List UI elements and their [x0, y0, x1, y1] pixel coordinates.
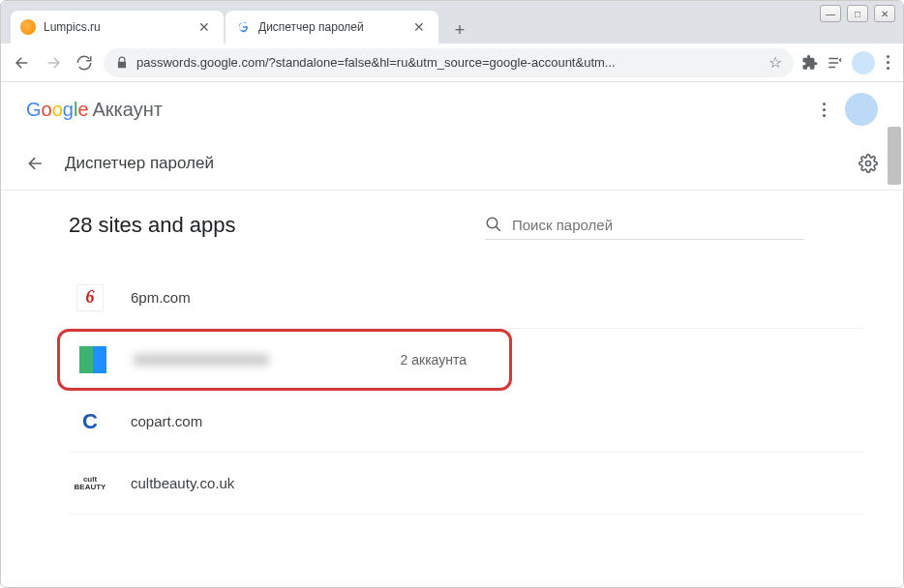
account-count: 2 аккаунта: [401, 352, 467, 368]
minimize-button[interactable]: —: [820, 5, 841, 22]
favicon-lumpics: [20, 19, 36, 35]
reload-button[interactable]: [73, 51, 96, 74]
sites-count-label: 28 sites and apps: [69, 213, 485, 238]
maximize-button[interactable]: □: [847, 5, 868, 22]
site-icon: C: [76, 408, 104, 435]
tab-strip: Lumpics.ru ✕ Диспетчер паролей ✕ +: [1, 1, 903, 44]
pm-back-button[interactable]: [26, 154, 45, 173]
password-manager-header: Диспетчер паролей: [1, 136, 903, 191]
site-row-blurred[interactable]: 2 аккаунта: [60, 332, 509, 388]
close-tab-icon[interactable]: ✕: [195, 19, 214, 35]
search-row: 28 sites and apps: [69, 210, 864, 240]
svg-point-1: [866, 161, 871, 165]
site-row-6pm[interactable]: 6 6pm.com: [69, 267, 864, 329]
star-icon[interactable]: ☆: [768, 53, 782, 72]
tab-title: Диспетчер паролей: [258, 20, 409, 34]
google-logo: Google: [26, 99, 89, 121]
password-list-content: 28 sites and apps 6 6pm.com 2 аккаунта C…: [1, 191, 903, 514]
account-label: Аккаунт: [93, 99, 163, 121]
svg-point-2: [487, 218, 497, 228]
site-name: copart.com: [131, 413, 202, 429]
close-window-button[interactable]: ✕: [874, 5, 895, 22]
account-avatar[interactable]: [845, 93, 878, 126]
address-bar[interactable]: passwords.google.com/?standalone=false&h…: [104, 48, 794, 77]
site-row-cultbeauty[interactable]: cultBEAUTY cultbeauty.co.uk: [69, 453, 864, 514]
favicon-google: [235, 19, 251, 35]
profile-avatar[interactable]: [852, 51, 875, 74]
new-tab-button[interactable]: +: [446, 16, 473, 44]
search-input[interactable]: [512, 217, 804, 233]
site-row-copart[interactable]: C copart.com: [69, 391, 864, 453]
tab-title: Lumpics.ru: [44, 20, 195, 34]
chrome-menu-button[interactable]: [883, 51, 893, 74]
google-account-header: Google Аккаунт: [1, 82, 903, 136]
account-menu-button[interactable]: [819, 99, 829, 121]
extensions-icon[interactable]: [801, 54, 819, 72]
forward-button[interactable]: [42, 51, 65, 74]
site-name: 6pm.com: [131, 289, 191, 306]
site-icon: 6: [76, 284, 104, 311]
site-icon: [79, 346, 106, 373]
settings-gear-icon[interactable]: [859, 154, 878, 173]
url-text: passwords.google.com/?standalone=false&h…: [136, 55, 761, 70]
site-name-blurred: [134, 354, 269, 366]
pm-title: Диспетчер паролей: [65, 154, 859, 173]
browser-toolbar: passwords.google.com/?standalone=false&h…: [1, 44, 903, 82]
search-icon: [485, 216, 502, 233]
scrollbar-thumb[interactable]: [888, 127, 901, 185]
window-controls: — □ ✕: [820, 5, 895, 22]
back-button[interactable]: [11, 51, 34, 74]
highlighted-site-row: 2 аккаунта: [57, 329, 512, 391]
site-icon: cultBEAUTY: [76, 470, 104, 497]
site-name: cultbeauty.co.uk: [131, 475, 234, 491]
close-tab-icon[interactable]: ✕: [409, 19, 429, 35]
reading-list-icon[interactable]: [827, 54, 844, 72]
search-box[interactable]: [485, 210, 804, 240]
tab-lumpics[interactable]: Lumpics.ru ✕: [11, 11, 224, 44]
lock-icon: [115, 56, 129, 70]
tab-password-manager[interactable]: Диспетчер паролей ✕: [226, 11, 438, 44]
